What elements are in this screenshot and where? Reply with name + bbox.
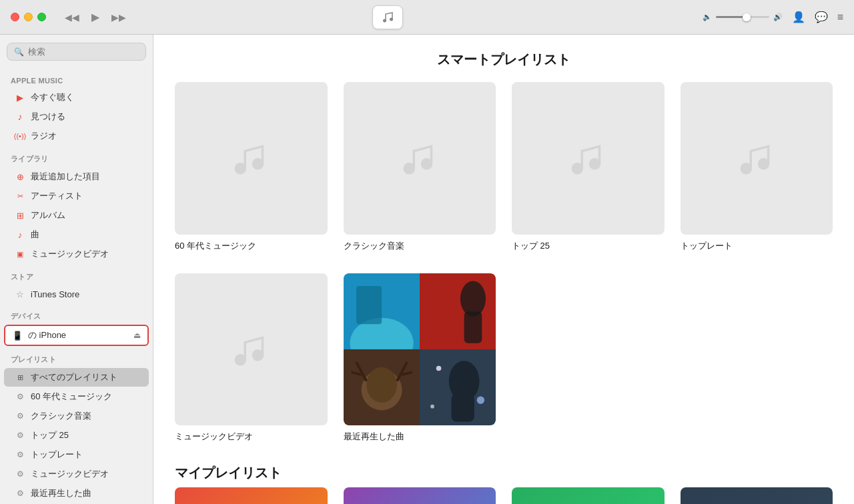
svg-point-10 bbox=[235, 354, 247, 366]
bottom-playlists-grid bbox=[175, 487, 833, 504]
store-header: ストア bbox=[0, 264, 153, 285]
sidebar-item-itunes-store[interactable]: ☆ iTunes Store bbox=[4, 285, 149, 303]
svg-point-26 bbox=[476, 396, 484, 403]
svg-point-2 bbox=[235, 163, 247, 175]
music-videos-label: ミュージックビデオ bbox=[31, 248, 109, 260]
sidebar-item-recently-added[interactable]: ⊕ 最近追加した項目 bbox=[4, 167, 149, 186]
playlist-item-top25[interactable]: トップ 25 bbox=[512, 82, 665, 252]
devices-header: デバイス bbox=[0, 303, 153, 324]
sidebar-item-60s-music[interactable]: ⚙ 60 年代ミュージック bbox=[4, 387, 149, 406]
my-playlist-title: マイプレイリスト bbox=[175, 464, 833, 482]
search-input[interactable] bbox=[28, 47, 139, 57]
menu-icon[interactable]: ≡ bbox=[837, 11, 843, 23]
bottom-cover-4 bbox=[681, 487, 833, 504]
playlists-header: プレイリスト bbox=[0, 347, 153, 367]
titlebar-center bbox=[126, 5, 703, 29]
forward-button[interactable]: ▶▶ bbox=[111, 12, 126, 23]
search-bar[interactable]: 🔍 bbox=[7, 43, 146, 61]
smart-playlists-row2: ミュージックビデオ bbox=[175, 273, 833, 443]
listen-now-label: 今すぐ聴く bbox=[31, 91, 74, 103]
top25-icon: ⚙ bbox=[15, 430, 25, 441]
captions-icon[interactable]: 💬 bbox=[815, 11, 828, 23]
bottom-playlist-3[interactable] bbox=[512, 487, 665, 504]
playlist-label-top-rate: トップレート bbox=[681, 240, 833, 252]
album-cell-2 bbox=[420, 273, 496, 349]
rewind-button[interactable]: ◀◀ bbox=[65, 12, 79, 23]
sidebar-item-iphone[interactable]: 📱 の iPhone ⏏ bbox=[4, 325, 149, 346]
svg-point-9 bbox=[758, 158, 770, 170]
album-art-1 bbox=[344, 273, 420, 349]
sidebar-item-albums[interactable]: ⊞ アルバム bbox=[4, 206, 149, 225]
recently-added-icon: ⊕ bbox=[15, 171, 25, 182]
volume-slider[interactable]: 🔈 🔊 bbox=[703, 13, 783, 21]
music-icon-button[interactable] bbox=[372, 5, 403, 29]
sidebar-item-all-playlists[interactable]: ⊞ すべてのプレイリスト bbox=[4, 368, 149, 387]
svg-point-4 bbox=[403, 163, 415, 175]
itunes-store-label: iTunes Store bbox=[31, 289, 79, 299]
sidebar-item-music-videos[interactable]: ▣ ミュージックビデオ bbox=[4, 245, 149, 263]
bottom-playlist-2[interactable] bbox=[344, 487, 496, 504]
svg-point-25 bbox=[436, 366, 442, 371]
svg-point-3 bbox=[252, 158, 264, 170]
svg-point-11 bbox=[252, 349, 264, 361]
top-rate-label: トップレート bbox=[31, 449, 83, 461]
sidebar: 🔍 Apple Music ▶ 今すぐ聴く ♪ 見つける ((•)) ラジオ ラ… bbox=[0, 35, 153, 504]
close-button[interactable] bbox=[11, 13, 19, 21]
svg-point-7 bbox=[589, 158, 601, 170]
play-button[interactable]: ▶ bbox=[91, 11, 99, 23]
bottom-playlist-4[interactable] bbox=[681, 487, 833, 504]
playback-controls: ◀◀ ▶ ▶▶ bbox=[57, 11, 126, 23]
music-note-icon bbox=[380, 10, 395, 25]
playlist-item-music-video[interactable]: ミュージックビデオ bbox=[175, 273, 328, 443]
music-note-top-rate-icon bbox=[733, 135, 780, 181]
svg-point-0 bbox=[383, 19, 386, 22]
smart-playlists-grid: 60 年代ミュージック クラシック音楽 bbox=[175, 82, 833, 252]
sidebar-item-songs[interactable]: ♪ 曲 bbox=[4, 225, 149, 244]
bottom-cover-2 bbox=[344, 487, 496, 504]
recently-added-label: 最近追加した項目 bbox=[31, 171, 100, 183]
sidebar-item-music-video-pl[interactable]: ⚙ ミュージックビデオ bbox=[4, 465, 149, 483]
svg-rect-18 bbox=[464, 311, 482, 343]
svg-point-5 bbox=[421, 158, 433, 170]
maximize-button[interactable] bbox=[37, 13, 46, 21]
playlist-label-60s: 60 年代ミュージック bbox=[175, 240, 328, 252]
listen-now-icon: ▶ bbox=[15, 92, 25, 103]
playlist-cover-music-video bbox=[175, 273, 328, 426]
top-rate-icon: ⚙ bbox=[15, 449, 25, 460]
titlebar: ◀◀ ▶ ▶▶ 🔈 🔊 👤 💬 ≡ bbox=[0, 0, 854, 35]
search-icon: 🔍 bbox=[14, 47, 24, 57]
svg-point-21 bbox=[366, 367, 397, 402]
sidebar-item-radio[interactable]: ((•)) ラジオ bbox=[4, 127, 149, 145]
eject-button[interactable]: ⏏ bbox=[133, 331, 141, 340]
account-icon[interactable]: 👤 bbox=[792, 11, 805, 23]
volume-thumb[interactable] bbox=[743, 13, 751, 21]
artists-icon: ✂ bbox=[15, 191, 25, 201]
playlist-item-60s[interactable]: 60 年代ミュージック bbox=[175, 82, 328, 252]
volume-track[interactable] bbox=[716, 16, 769, 18]
bottom-cover-3 bbox=[512, 487, 665, 504]
bottom-playlist-1[interactable] bbox=[175, 487, 328, 504]
sidebar-item-recently-played[interactable]: ⚙ 最近再生した曲 bbox=[4, 484, 149, 503]
album-art-grid bbox=[344, 273, 496, 426]
playlist-item-top-rate[interactable]: トップレート bbox=[681, 82, 833, 252]
titlebar-right: 🔈 🔊 👤 💬 ≡ bbox=[703, 11, 854, 23]
sidebar-item-artists[interactable]: ✂ アーティスト bbox=[4, 187, 149, 205]
artists-label: アーティスト bbox=[31, 190, 83, 202]
library-header: ライブラリ bbox=[0, 146, 153, 167]
sidebar-item-listen-now[interactable]: ▶ 今すぐ聴く bbox=[4, 88, 149, 107]
sidebar-item-top25[interactable]: ⚙ トップ 25 bbox=[4, 426, 149, 445]
playlist-cover-recently-played bbox=[344, 273, 496, 426]
music-note-large-icon bbox=[228, 135, 274, 181]
playlist-item-classic[interactable]: クラシック音楽 bbox=[344, 82, 496, 252]
volume-low-icon: 🔈 bbox=[703, 13, 712, 21]
songs-label: 曲 bbox=[31, 229, 39, 241]
svg-point-1 bbox=[390, 17, 393, 21]
playlist-item-recently-played[interactable]: 最近再生した曲 bbox=[344, 273, 496, 443]
sidebar-item-top-rate[interactable]: ⚙ トップレート bbox=[4, 445, 149, 464]
sidebar-item-find[interactable]: ♪ 見つける bbox=[4, 107, 149, 126]
sidebar-item-classic[interactable]: ⚙ クラシック音楽 bbox=[4, 407, 149, 425]
playlist-cover-60s bbox=[175, 82, 328, 235]
minimize-button[interactable] bbox=[24, 13, 33, 21]
apple-music-header: Apple Music bbox=[0, 69, 153, 87]
classic-label: クラシック音楽 bbox=[31, 410, 91, 422]
